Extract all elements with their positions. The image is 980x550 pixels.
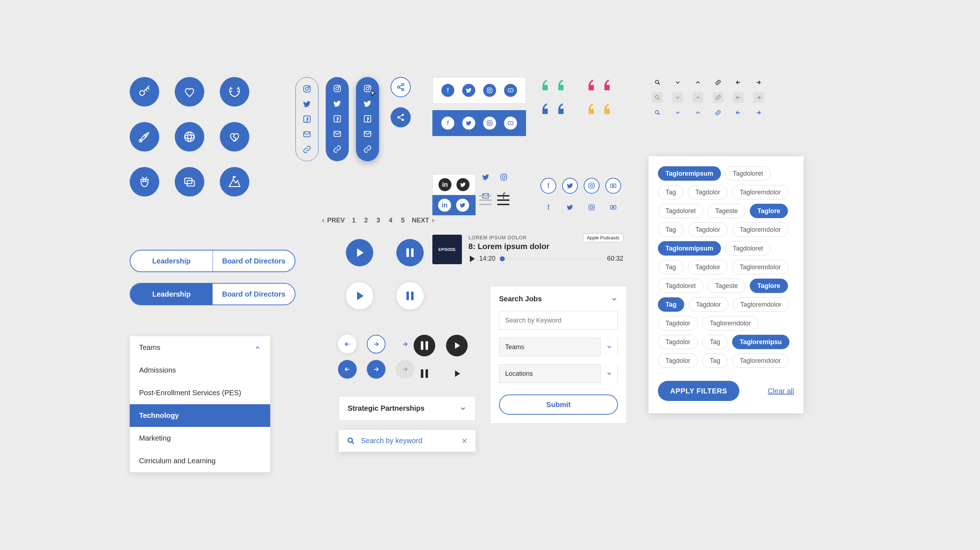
filter-tag[interactable]: Tagdolor [688,222,728,237]
accordion-item-teams[interactable]: Teams [130,336,270,359]
facebook-icon[interactable] [303,115,311,124]
linkedin-icon[interactable]: in [438,199,451,212]
filter-tag[interactable]: Tagdolor [688,260,728,274]
filter-tag[interactable]: Tagdoloret [658,279,703,293]
play-button[interactable] [446,335,468,357]
linkedin-icon[interactable]: in [439,178,452,191]
filter-tag[interactable]: Tageste [708,279,745,293]
pagination-prev[interactable]: PREV [321,217,345,224]
clear-all-link[interactable]: Clear all [768,387,794,395]
keyword-input[interactable] [499,311,618,330]
hamburger-icon[interactable] [497,195,509,205]
youtube-icon[interactable] [605,200,621,215]
hamburger-icon[interactable] [479,195,492,205]
filter-tag[interactable]: Tagdoloret [725,166,771,181]
accordion-single[interactable]: Strategic Partnerships [339,396,476,421]
pagination-next[interactable]: NEXT [412,217,436,224]
facebook-icon[interactable] [363,114,372,123]
link-icon[interactable] [363,145,372,153]
search-icon[interactable] [652,107,663,118]
facebook-icon[interactable]: f [541,178,556,193]
page-3[interactable]: 3 [375,217,382,224]
filter-tag[interactable]: Tagloremdolor [732,260,788,274]
twitter-icon[interactable] [562,200,578,215]
facebook-icon[interactable] [333,114,342,123]
page-4[interactable]: 4 [387,217,394,224]
filter-tag[interactable]: Tagloremipsu [732,335,789,349]
chevron-up-icon[interactable] [692,77,703,88]
facebook-icon[interactable]: f [441,117,454,130]
page-1[interactable]: 1 [350,217,357,224]
submit-button[interactable]: Submit [499,395,618,415]
filter-tag[interactable]: Tag [658,297,684,312]
link-icon[interactable] [713,107,724,118]
chevron-up-icon[interactable] [692,107,703,118]
accordion-item-pes[interactable]: Post-Enrollment Services (PES) [130,382,270,404]
filter-tag[interactable]: Tagdolor [688,185,728,200]
podcast-provider-badge[interactable]: Apple Podcasts [583,233,623,242]
chevron-down-icon[interactable] [611,295,618,303]
instagram-icon[interactable] [483,117,496,130]
accordion-item-admissions[interactable]: Admissions [130,359,270,382]
pause-button[interactable] [396,239,424,266]
youtube-icon[interactable] [504,84,517,97]
search-input[interactable] [360,436,457,445]
play-button[interactable] [346,282,373,309]
instagram-icon[interactable] [303,85,311,93]
arrow-left-icon[interactable] [733,107,744,118]
seg-board[interactable]: Board of Directors [213,284,295,304]
mail-icon[interactable] [303,130,311,139]
arrow-right-icon[interactable] [753,107,764,118]
accordion-item-curriculum[interactable]: Cirriculum and Learning [130,450,270,472]
facebook-icon[interactable]: f [541,200,556,215]
instagram-icon[interactable] [584,178,600,193]
share-outline-button[interactable] [391,77,411,97]
filter-tag[interactable]: Tagdoloret [658,204,703,218]
facebook-icon[interactable]: f [441,84,454,97]
filter-tag[interactable]: Tag [658,222,684,237]
filter-tag[interactable]: Tag [702,335,728,349]
filter-tag[interactable]: Taglore [750,279,788,293]
apply-filters-button[interactable]: APPLY FILTERS [658,381,739,401]
page-5[interactable]: 5 [399,217,406,224]
filter-tag[interactable]: Tagloremdolor [702,316,759,330]
twitter-icon[interactable] [462,84,475,97]
instagram-icon[interactable] [363,84,372,93]
clear-icon[interactable]: ✕ [461,437,468,445]
arrow-right-button[interactable] [396,335,414,353]
twitter-icon[interactable] [562,178,578,193]
play-button[interactable] [446,363,468,384]
arrow-right-button[interactable] [367,360,385,379]
filter-tag[interactable]: Tagloremdolor [732,222,788,237]
link-icon[interactable] [713,77,724,88]
filter-tag[interactable]: Tagloremipsum [658,241,721,255]
filter-tag[interactable]: Tageste [708,204,745,218]
twitter-icon[interactable] [303,100,311,108]
link-icon[interactable] [303,145,311,154]
filter-tag[interactable]: Tagloremdolor [732,353,788,368]
seg-board[interactable]: Board of Directors [213,250,295,271]
podcast-progress[interactable] [500,258,603,260]
filter-tag[interactable]: Tag [702,353,728,368]
accordion-item-technology[interactable]: Technology [130,404,270,427]
filter-tag[interactable]: Taglore [750,204,788,218]
mail-icon[interactable] [363,130,372,138]
arrow-left-button[interactable] [338,360,357,379]
play-button[interactable] [346,239,373,266]
filter-tag[interactable]: Tagloremipsum [658,166,721,181]
seg-leadership[interactable]: Leadership [130,250,213,271]
youtube-icon[interactable] [504,117,517,130]
seg-leadership[interactable]: Leadership [130,284,213,304]
filter-tag[interactable]: Tagdolor [689,297,729,312]
filter-tag[interactable]: Tagdolor [658,335,698,349]
filter-tag[interactable]: Tagdolor [658,316,698,330]
instagram-icon[interactable] [333,84,342,93]
instagram-icon[interactable] [497,171,510,184]
filter-tag[interactable]: Tagloremdolor [732,185,788,200]
accordion-item-marketing[interactable]: Marketing [130,427,270,450]
link-icon[interactable] [333,145,342,153]
teams-select[interactable]: Teams [499,338,618,357]
arrow-right-button[interactable] [367,335,385,353]
locations-select[interactable]: Locations [499,364,618,383]
pause-button[interactable] [414,363,435,384]
